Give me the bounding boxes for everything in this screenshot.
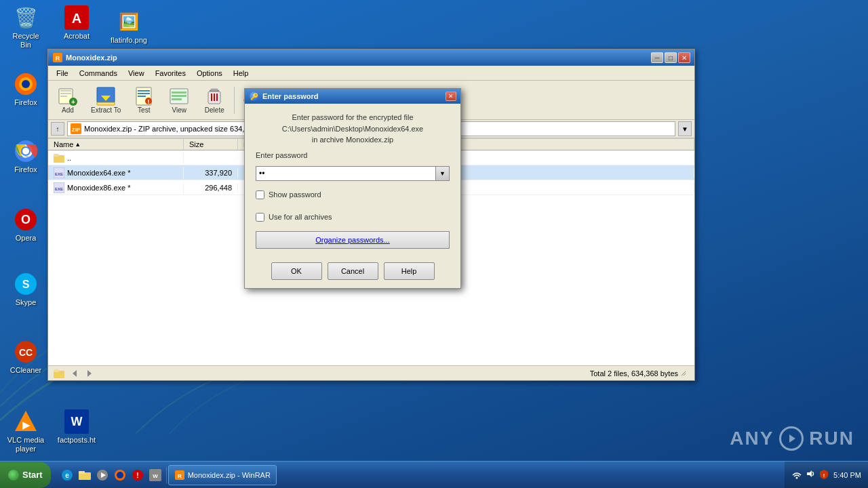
taskbar-winrar-item[interactable]: R Monoxidex.zip - WinRAR	[168, 465, 277, 485]
anyrun-play-icon	[779, 426, 804, 451]
file64-size: 337,920	[184, 168, 238, 178]
add-icon: +	[58, 86, 78, 106]
quicklaunch-firefox[interactable]	[112, 467, 128, 483]
desktop-icon-firefox[interactable]: Firefox	[2, 68, 50, 110]
chrome-icon	[12, 138, 39, 165]
desktop-icon-recycle-bin[interactable]: 🗑️ Recycle Bin	[2, 1, 50, 53]
menu-commands[interactable]: Commands	[74, 68, 123, 79]
svg-rect-24	[60, 93, 71, 94]
password-input[interactable]	[256, 166, 436, 181]
add-label: Add	[62, 106, 74, 114]
resize-grip[interactable]	[678, 370, 689, 377]
menu-help[interactable]: Help	[228, 68, 254, 79]
address-dropdown-button[interactable]: ▼	[678, 121, 692, 136]
svg-rect-38	[172, 92, 186, 94]
acrobat-icon: A	[63, 4, 90, 31]
view-label: View	[172, 106, 187, 114]
help-button[interactable]: Help	[384, 262, 435, 280]
svg-rect-25	[60, 96, 67, 97]
status-folder-icon	[54, 369, 64, 378]
menu-favorites[interactable]: Favorites	[150, 68, 191, 79]
toolbar-delete-btn[interactable]: Delete	[197, 83, 231, 117]
toolbar-extract-btn[interactable]: Extract To	[86, 83, 125, 117]
svg-text:+: +	[71, 98, 75, 106]
svg-text:!: !	[148, 98, 150, 105]
tray-time: 5:40 PM	[833, 471, 861, 479]
svg-rect-30	[97, 102, 115, 105]
minimize-button[interactable]: ─	[651, 52, 663, 63]
maximize-button[interactable]: □	[665, 52, 677, 63]
svg-text:!: !	[823, 472, 825, 479]
desktop-icon-vlc[interactable]: ▶ VLC media player	[2, 405, 50, 457]
extract-icon	[96, 86, 116, 106]
toolbar-test-btn[interactable]: ! Test	[127, 83, 161, 117]
svg-point-8	[22, 148, 29, 155]
dialog-title-text: Enter password	[262, 92, 446, 100]
start-orb	[8, 470, 19, 481]
show-password-label[interactable]: Show password	[256, 190, 450, 199]
use-all-archives-checkbox[interactable]	[256, 213, 264, 222]
taskbar-tray: ! 5:40 PM	[785, 462, 868, 488]
status-left	[54, 369, 590, 378]
svg-point-78	[117, 472, 123, 479]
quick-launch: e ! W	[56, 467, 167, 483]
ok-button[interactable]: OK	[271, 262, 322, 280]
show-password-checkbox[interactable]	[256, 190, 264, 199]
desktop-icon-opera[interactable]: O Opera	[2, 203, 50, 246]
desktop-icon-factposts[interactable]: W factposts.ht	[53, 405, 100, 448]
desktop-icon-skype[interactable]: S Skype	[2, 268, 50, 310]
up-button[interactable]: ↑	[51, 122, 64, 136]
anyrun-text-any: ANY	[730, 428, 774, 449]
svg-text:CC: CC	[19, 347, 33, 358]
enter-password-dialog: 🔑 Enter password ✕ Enter password for th…	[244, 88, 461, 289]
desktop-icon-acrobat[interactable]: A Acrobat	[53, 1, 100, 44]
winrar-title-icon: R	[52, 52, 63, 63]
quicklaunch-ie[interactable]: e	[59, 467, 75, 483]
start-button[interactable]: Start	[0, 462, 51, 488]
svg-point-85	[796, 477, 798, 479]
quicklaunch-media[interactable]	[94, 467, 111, 483]
exe-icon: EXE	[54, 167, 64, 178]
close-button[interactable]: ✕	[678, 52, 690, 63]
tray-network-icon[interactable]	[791, 468, 802, 481]
quicklaunch-security[interactable]: !	[130, 467, 146, 483]
tray-security-icon[interactable]: !	[818, 469, 829, 481]
tray-volume-icon[interactable]	[805, 468, 816, 481]
desktop-icon-flatinfo[interactable]: 🖼️ flatinfo.png	[105, 5, 153, 48]
organize-passwords-button[interactable]: Organize passwords...	[256, 231, 450, 249]
recycle-bin-icon: 🗑️	[12, 4, 39, 31]
svg-text:W: W	[71, 415, 83, 428]
quicklaunch-winrar[interactable]: W	[147, 467, 163, 483]
menu-options[interactable]: Options	[191, 68, 228, 79]
toolbar-add-btn[interactable]: + Add	[51, 83, 85, 117]
firefox-icon	[12, 70, 39, 98]
quicklaunch-folder[interactable]	[77, 467, 93, 483]
password-field-container: ▼	[256, 166, 450, 181]
svg-rect-33	[138, 93, 150, 94]
toolbar-view-btn[interactable]: View	[162, 83, 196, 117]
svg-rect-62	[54, 154, 59, 157]
file64-name: EXE Monoxidex64.exe *	[48, 167, 184, 179]
desktop-icon-ccleaner[interactable]: CC CCleaner	[2, 336, 50, 378]
col-header-name[interactable]: Name ▲	[48, 139, 184, 150]
svg-rect-40	[172, 98, 182, 100]
winrar-title-text: Monoxidex.zip	[66, 54, 651, 62]
menu-view[interactable]: View	[123, 68, 150, 79]
menu-file[interactable]: File	[51, 68, 74, 79]
taskbar: Start e ! W	[0, 461, 868, 488]
desktop-icon-chrome[interactable]: Firefox	[2, 135, 50, 178]
svg-text:EXE: EXE	[55, 187, 63, 191]
file86-name: EXE Monoxidex86.exe *	[48, 182, 184, 194]
svg-rect-23	[60, 90, 71, 92]
svg-text:R: R	[178, 473, 182, 479]
dialog-close-button[interactable]: ✕	[446, 92, 456, 101]
ccleaner-icon: CC	[12, 338, 39, 365]
use-all-archives-label[interactable]: Use for all archives	[256, 213, 450, 222]
col-header-size[interactable]: Size	[184, 139, 238, 150]
password-dropdown-button[interactable]: ▼	[436, 166, 450, 181]
status-forward-icon	[85, 369, 94, 378]
cancel-button[interactable]: Cancel	[328, 262, 378, 280]
flatinfo-label: flatinfo.png	[109, 35, 149, 45]
svg-text:A: A	[72, 11, 81, 26]
dialog-body: Enter password for the encrypted file C:…	[245, 104, 460, 257]
